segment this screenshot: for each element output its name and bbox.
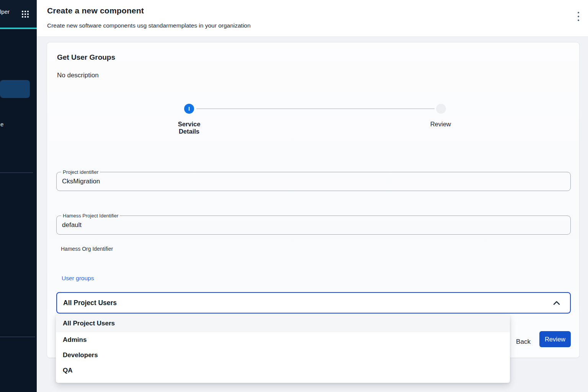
dropdown-option-admins[interactable]: Admins	[56, 332, 510, 348]
sidebar-item-label[interactable]: e	[0, 121, 3, 127]
sidebar-divider	[0, 336, 35, 337]
sidebar-header: lper	[0, 0, 37, 28]
back-button[interactable]: Back	[510, 334, 537, 350]
hamess-project-identifier-field: Hamess Project Identifier	[56, 216, 571, 235]
user-groups-select-value: All Project Users	[63, 299, 117, 307]
stepper-step-review[interactable]	[436, 104, 446, 114]
stepper-label-service-details: Service Details	[168, 121, 210, 135]
stepper-step-service-details[interactable]: I	[184, 104, 194, 114]
step-number: I	[188, 106, 190, 112]
page-title: Create a new component	[47, 6, 144, 15]
sidebar-active-item[interactable]	[0, 80, 30, 98]
card-title: Get User Groups	[57, 53, 115, 62]
user-groups-link[interactable]: User groups	[62, 275, 94, 282]
dropdown-option-developers[interactable]: Developers	[56, 348, 510, 363]
sidebar: lper e	[0, 0, 37, 392]
user-groups-select[interactable]: All Project Users	[56, 292, 571, 314]
sidebar-divider	[0, 172, 33, 173]
page-header: Create a new component Create new softwa…	[37, 0, 588, 37]
review-button[interactable]: Review	[539, 331, 571, 347]
create-component-card: Get User Groups No description I Service…	[47, 42, 580, 358]
project-identifier-input[interactable]	[62, 172, 483, 191]
apps-grid-icon[interactable]	[22, 11, 29, 18]
dropdown-option-all-project-users[interactable]: All Project Users	[56, 315, 510, 332]
stepper-label-review: Review	[420, 121, 462, 128]
card-description: No description	[57, 72, 99, 79]
stepper-connector	[196, 108, 434, 109]
kebab-vertical-icon[interactable]	[577, 12, 580, 21]
hamess-org-identifier-label: Hamess Org Identifier	[61, 246, 113, 252]
chevron-up-icon	[553, 301, 560, 305]
sidebar-brand-text: lper	[0, 8, 10, 15]
page-subtitle: Create new software components usg stand…	[47, 22, 251, 29]
user-groups-dropdown-menu: All Project Users Admins Developers QA	[56, 315, 510, 383]
sidebar-accent-bar	[0, 28, 37, 29]
hamess-project-identifier-input[interactable]	[62, 216, 483, 234]
dropdown-option-qa[interactable]: QA	[56, 363, 510, 378]
project-identifier-field: Project identifier	[56, 172, 571, 191]
